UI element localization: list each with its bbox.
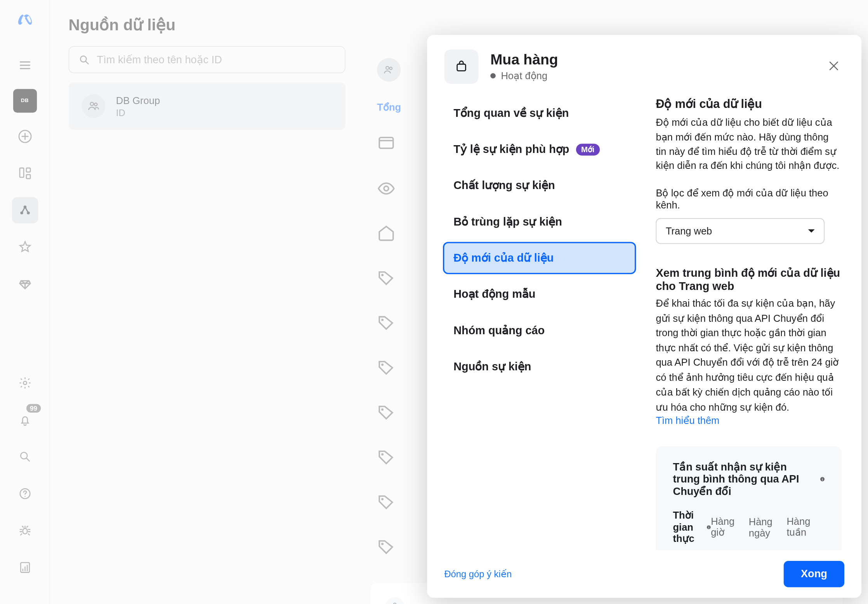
filter-label: Bộ lọc để xem độ mới của dữ liệu theo kê… <box>656 187 842 210</box>
status-dot-icon <box>490 73 496 78</box>
close-icon <box>827 59 840 72</box>
nav-match-rate[interactable]: Tỷ lệ sự kiện phù hợpMới <box>443 133 636 165</box>
panel-nav: Tổng quan về sự kiện Tỷ lệ sự kiện phù h… <box>427 97 649 550</box>
freq-label-daily: Hàng ngày <box>749 509 787 544</box>
panel-title: Mua hàng <box>490 51 558 68</box>
close-button[interactable] <box>823 55 844 78</box>
sub-description: Để khai thác tối đa sự kiện của bạn, hãy… <box>656 296 842 415</box>
frequency-card: Tần suất nhận sự kiện trung bình thông q… <box>656 446 842 550</box>
learn-more-link[interactable]: Tìm hiểu thêm <box>656 415 842 427</box>
done-button[interactable]: Xong <box>784 561 844 587</box>
panel-status: Hoạt động <box>490 70 558 82</box>
channel-dropdown[interactable]: Trang web <box>656 218 825 244</box>
nav-adgroups[interactable]: Nhóm quảng cáo <box>443 314 636 347</box>
sub-title: Xem trung bình độ mới của dữ liệu cho Tr… <box>656 266 842 293</box>
freq-label-weekly: Hàng tuần <box>786 509 825 544</box>
nav-quality[interactable]: Chất lượng sự kiện <box>443 169 636 201</box>
nav-sources[interactable]: Nguồn sự kiện <box>443 351 636 383</box>
section-description: Độ mới của dữ liệu cho biết dữ liệu của … <box>656 115 842 173</box>
nav-overview[interactable]: Tổng quan về sự kiện <box>443 97 636 129</box>
nav-dedup[interactable]: Bỏ trùng lặp sự kiện <box>443 206 636 238</box>
svg-rect-27 <box>457 64 466 71</box>
panel-content: Độ mới của dữ liệu Độ mới của dữ liệu ch… <box>649 97 861 550</box>
event-detail-panel: Mua hàng Hoạt động Tổng quan về sự kiện … <box>427 35 861 598</box>
info-icon[interactable] <box>707 522 711 532</box>
section-title: Độ mới của dữ liệu <box>656 97 842 111</box>
nav-sample[interactable]: Hoạt động mẫu <box>443 278 636 311</box>
bag-icon <box>444 49 478 83</box>
nav-freshness[interactable]: Độ mới của dữ liệu <box>443 242 636 274</box>
freq-label-hourly: Hàng giờ <box>711 509 749 544</box>
feedback-link[interactable]: Đóng góp ý kiến <box>444 569 512 579</box>
panel-footer: Đóng góp ý kiến Xong <box>427 550 861 598</box>
dropdown-value: Trang web <box>666 226 712 237</box>
new-badge: Mới <box>576 143 600 155</box>
panel-header: Mua hàng Hoạt động <box>427 35 861 97</box>
frequency-title: Tần suất nhận sự kiện trung bình thông q… <box>673 461 825 498</box>
chevron-down-icon <box>808 229 815 233</box>
info-icon[interactable] <box>819 474 825 484</box>
freq-label-realtime: Thời gian thực <box>673 509 711 544</box>
